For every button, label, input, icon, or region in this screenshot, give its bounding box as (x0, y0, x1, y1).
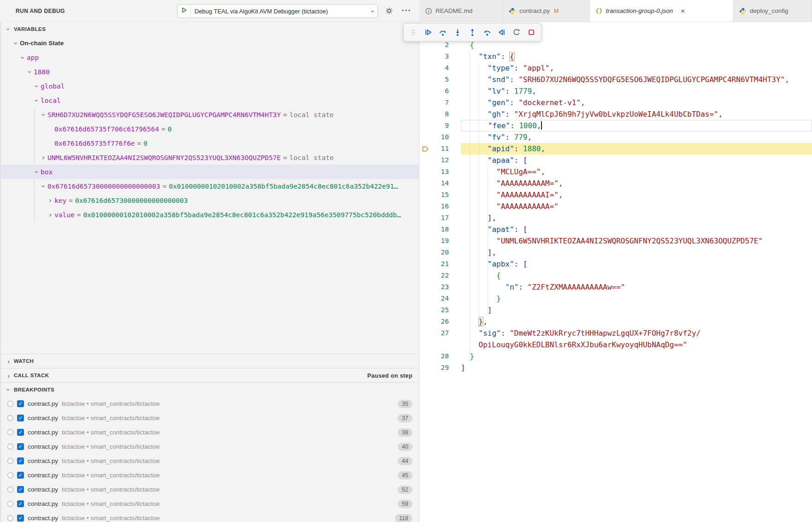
code-line-content[interactable]: "apid": 1880, (461, 143, 812, 154)
debug-config-dropdown[interactable]: Debug TEAL via AlgoKit AVM Debugger (tic… (177, 4, 378, 18)
line-number-gutter[interactable]: 7 (419, 97, 461, 108)
code-line-content[interactable]: "fee": 1000, (461, 120, 812, 131)
tab-deploy_config[interactable]: deploy_config (734, 0, 812, 22)
code-line-content[interactable]: "UNML6W5NVHRIKTEOZAA4NI2SWQROSGNFNY2QS52… (461, 235, 812, 247)
code-line-content[interactable]: "AAAAAAAAAAM=", (461, 178, 812, 189)
call-stack-section-header[interactable]: › CALL STACK Paused on step (1, 368, 419, 382)
line-number-gutter[interactable]: 3 (419, 51, 461, 62)
breakpoint-row[interactable]: ✓contract.pytictactoe • smart_contracts/… (1, 397, 419, 411)
line-number-gutter[interactable]: 29 (419, 362, 461, 374)
breakpoint-row[interactable]: ✓contract.pytictactoe • smart_contracts/… (1, 425, 419, 439)
step-into-icon[interactable] (451, 25, 465, 39)
code-line-content[interactable]: "snd": "SRH6D7XU2N6WQQ5SSYDQFG5ESO6JWEQI… (461, 74, 812, 85)
breakpoint-row[interactable]: ✓contract.pytictactoe • smart_contracts/… (1, 497, 419, 511)
variables-tree-item[interactable]: 0x67616d65735f776f6e=0 (1, 136, 419, 150)
line-number-gutter[interactable]: 22 (419, 270, 461, 281)
step-out-icon[interactable] (465, 25, 479, 39)
line-number-gutter[interactable]: 18 (419, 224, 461, 235)
line-number-gutter[interactable]: 9 (419, 120, 461, 131)
variables-tree-item[interactable]: ›SRH6D7XU2N6WQQ5SSYDQFG5ESO6JWEQIDPGLUGY… (1, 107, 419, 122)
line-number-gutter[interactable]: 25 (419, 304, 461, 316)
code-line-content[interactable]: "MCLUgA==", (461, 166, 812, 178)
line-number-gutter[interactable]: 5 (419, 74, 461, 85)
line-number-gutter[interactable]: 17 (419, 212, 461, 224)
close-icon[interactable]: × (681, 7, 685, 14)
code-line-content[interactable]: } (461, 293, 812, 304)
code-line-content[interactable]: { (461, 270, 812, 281)
variables-tree-item[interactable]: ›value=0x01000000102010002a358bf5bada9e2… (1, 208, 419, 222)
breakpoint-checkbox[interactable]: ✓ (17, 443, 24, 450)
breakpoint-checkbox[interactable]: ✓ (17, 457, 24, 464)
line-number-gutter[interactable]: 15 (419, 189, 461, 201)
more-actions-icon[interactable]: ··· (400, 5, 413, 18)
breakpoints-section-header[interactable]: › BREAKPOINTS (1, 382, 419, 397)
breakpoint-row[interactable]: ✓contract.pytictactoe • smart_contracts/… (1, 511, 419, 522)
line-number-gutter[interactable]: 27 (419, 327, 461, 339)
code-line-content[interactable]: ], (461, 247, 812, 258)
tab-contract.py[interactable]: contract.pyM (503, 0, 590, 22)
reverse-continue-icon[interactable] (495, 25, 509, 39)
variables-tree-item[interactable]: ›local (1, 93, 419, 107)
code-line-content[interactable]: "apbx": [ (461, 258, 812, 270)
code-line-content[interactable]: "gh": "XrjqMlCpJ6h9h7jyVw0bLvkpzUoWeIA4L… (461, 108, 812, 120)
code-line-content[interactable]: ] (461, 304, 812, 316)
line-number-gutter[interactable] (419, 339, 461, 350)
line-number-gutter[interactable]: 11 (419, 143, 461, 154)
variables-tree-item[interactable]: 0x67616d65735f706c61796564=0 (1, 122, 419, 136)
breakpoint-row[interactable]: ✓contract.pytictactoe • smart_contracts/… (1, 454, 419, 468)
breakpoint-checkbox[interactable]: ✓ (17, 486, 24, 493)
variables-tree-item[interactable]: ›box (1, 165, 419, 179)
tab-README.md[interactable]: README.md (419, 0, 503, 22)
variables-tree-item[interactable]: ›key=0x67616d65730000000000000003 (1, 193, 419, 208)
code-line-content[interactable]: ] (461, 362, 812, 374)
line-number-gutter[interactable]: 24 (419, 293, 461, 304)
breakpoint-checkbox[interactable]: ✓ (17, 415, 24, 421)
breakpoint-checkbox[interactable]: ✓ (17, 500, 24, 507)
code-line-content[interactable]: "AAAAAAAAAAA=" (461, 201, 812, 212)
line-number-gutter[interactable]: 28 (419, 350, 461, 362)
line-number-gutter[interactable]: 4 (419, 62, 461, 74)
line-number-gutter[interactable]: 13 (419, 166, 461, 178)
breakpoint-checkbox[interactable]: ✓ (17, 429, 24, 436)
code-line-content[interactable]: "gen": "dockernet-v1", (461, 97, 812, 108)
variables-tree-item[interactable]: ›global (1, 79, 419, 93)
step-back-icon[interactable] (480, 25, 494, 39)
variables-tree-item[interactable]: ›UNML6W5NVHRIKTEOZAA4NI2SWQROSGNFNY2QS52… (1, 150, 419, 165)
json-editor[interactable]: 2{3"txn": {4"type": "appl",5"snd": "SRH6… (419, 22, 812, 374)
code-line-content[interactable]: OpiLouqyG0kkEDLBNlsr6RxXJbu6arKwyoyqHUbN… (461, 339, 812, 350)
breakpoint-row[interactable]: ✓contract.pytictactoe • smart_contracts/… (1, 439, 419, 454)
code-line-content[interactable]: "n": "Z2FtZXMAAAAAAAAAAw==" (461, 281, 812, 293)
breakpoint-row[interactable]: ✓contract.pytictactoe • smart_contracts/… (1, 468, 419, 482)
code-line-content[interactable]: "lv": 1779, (461, 85, 812, 97)
line-number-gutter[interactable]: 26 (419, 316, 461, 327)
line-number-gutter[interactable]: 16 (419, 201, 461, 212)
code-line-content[interactable]: "txn": { (461, 51, 812, 62)
code-line-content[interactable]: "AAAAAAAAAAI=", (461, 189, 812, 201)
line-number-gutter[interactable]: 19 (419, 235, 461, 247)
start-debug-button[interactable] (177, 5, 191, 18)
line-number-gutter[interactable]: 20 (419, 247, 461, 258)
continue-icon[interactable] (421, 25, 435, 39)
breakpoint-checkbox[interactable]: ✓ (17, 400, 24, 407)
step-over-icon[interactable] (436, 25, 450, 39)
variables-tree-item[interactable]: ›0x67616d65730000000000000003=0x01000000… (1, 179, 419, 193)
breakpoint-row[interactable]: ✓contract.pytictactoe • smart_contracts/… (1, 482, 419, 497)
line-number-gutter[interactable]: 23 (419, 281, 461, 293)
line-number-gutter[interactable]: 12 (419, 154, 461, 166)
line-number-gutter[interactable]: 10 (419, 131, 461, 143)
code-line-content[interactable]: "sig": "DmeWt2zKUkRryc7tHHHapwzLgqUX+7FO… (461, 327, 812, 339)
code-line-content[interactable]: }, (461, 316, 812, 327)
line-number-gutter[interactable]: 8 (419, 108, 461, 120)
variables-tree-item[interactable]: ›1880 (1, 65, 419, 79)
code-line-content[interactable]: ], (461, 212, 812, 224)
code-line-content[interactable]: "type": "appl", (461, 62, 812, 74)
gear-icon[interactable] (382, 5, 395, 18)
variables-section-header[interactable]: › VARIABLES (1, 22, 419, 36)
code-line-content[interactable]: } (461, 350, 812, 362)
variables-tree-item[interactable]: ›On-chain State (1, 36, 419, 50)
tab-transaction-group-0.json[interactable]: {}transaction-group-0.json× (590, 0, 734, 22)
variables-tree-item[interactable]: ›app (1, 50, 419, 65)
line-number-gutter[interactable]: 21 (419, 258, 461, 270)
breakpoint-row[interactable]: ✓contract.pytictactoe • smart_contracts/… (1, 411, 419, 425)
breakpoint-checkbox[interactable]: ✓ (17, 515, 24, 522)
